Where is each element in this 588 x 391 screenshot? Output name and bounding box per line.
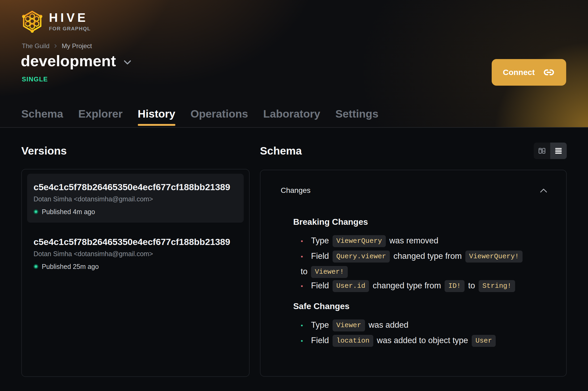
tab-laboratory[interactable]: Laboratory (263, 104, 320, 127)
change-text: Field (311, 281, 331, 290)
nowrap-group: to Viewer! (301, 267, 349, 276)
breadcrumb-org[interactable]: The Guild (22, 42, 49, 50)
version-status-label: Published 25m ago (42, 263, 99, 271)
schema-title: Schema (260, 144, 302, 157)
hive-logo-icon (21, 9, 43, 34)
link-icon (543, 66, 555, 78)
change-item: Type Viewer was added (301, 318, 551, 333)
tab-operations[interactable]: Operations (191, 104, 248, 127)
changes-header: Changes (281, 185, 551, 196)
collapse-changes-button[interactable] (540, 188, 548, 193)
change-item: Type ViewerQuery was removed (301, 234, 551, 249)
tab-schema[interactable]: Schema (21, 104, 63, 127)
status-dot-icon (34, 209, 38, 214)
tab-bar: SchemaExplorerHistoryOperationsLaborator… (21, 104, 378, 127)
code-chip: Query.viewer (333, 251, 390, 263)
change-item: Field location was added to object type … (301, 333, 551, 349)
version-card[interactable]: c5e4c1c5f78b26465350e4ecf677cf188bb21389… (27, 174, 244, 223)
code-chip: ViewerQuery! (465, 251, 523, 263)
safe-changes-title: Safe Changes (293, 301, 551, 311)
changes-body: Breaking ChangesType ViewerQuery was rem… (260, 217, 551, 349)
header: HIVE FOR GRAPHQL The Guild My Project de… (0, 0, 588, 128)
change-text: Field (311, 251, 331, 261)
connect-button[interactable]: Connect (492, 59, 566, 86)
code-chip: String! (479, 280, 515, 292)
brand-text: HIVE FOR GRAPHQL (49, 11, 91, 31)
brand-name: HIVE (49, 11, 91, 24)
schema-column: Schema (260, 128, 567, 377)
code-chip: Viewer! (311, 266, 347, 278)
version-hash: c5e4c1c5f78b26465350e4ecf677cf188bb21389 (34, 236, 237, 247)
tab-explorer[interactable]: Explorer (78, 104, 122, 127)
version-status: Published 25m ago (34, 263, 237, 270)
hive-app: HIVE FOR GRAPHQL The Guild My Project de… (0, 0, 588, 391)
breaking-changes-title: Breaking Changes (293, 217, 551, 227)
change-item: Field User.id changed type from ID! to S… (301, 278, 551, 294)
columns-icon (538, 147, 546, 155)
change-text: Type (311, 320, 331, 330)
change-text: changed type from (370, 281, 443, 290)
main-content: Versions c5e4c1c5f78b26465350e4ecf677cf1… (0, 128, 588, 377)
code-chip: User (472, 335, 496, 347)
view-toggle (534, 143, 567, 159)
chevron-right-icon (53, 43, 59, 49)
breadcrumb: The Guild My Project (22, 42, 92, 50)
code-chip: Viewer (333, 319, 365, 331)
status-dot-icon (34, 264, 38, 269)
side-by-side-view-button[interactable] (534, 143, 550, 159)
change-item: Field Query.viewer changed type from Vie… (301, 249, 551, 278)
hive-logo[interactable]: HIVE FOR GRAPHQL (21, 9, 91, 34)
change-text: was added (366, 320, 409, 330)
change-text: to (466, 281, 477, 290)
versions-column: Versions c5e4c1c5f78b26465350e4ecf677cf1… (21, 128, 250, 377)
version-hash: c5e4c1c5f78b26465350e4ecf677cf188bb21389 (34, 182, 237, 192)
version-author: Dotan Simha <dotansimha@gmail.com> (34, 249, 237, 258)
versions-panel: c5e4c1c5f78b26465350e4ecf677cf188bb21389… (21, 169, 250, 377)
code-chip: ViewerQuery (333, 235, 386, 247)
change-text: was added to object type (375, 336, 470, 345)
change-text: changed type from (391, 251, 464, 261)
page-title: development (21, 52, 116, 70)
brand-tagline: FOR GRAPHQL (49, 26, 91, 31)
change-text: Field (311, 336, 331, 345)
version-card[interactable]: c5e4c1c5f78b26465350e4ecf677cf188bb21389… (27, 228, 244, 277)
breaking-changes-list: Type ViewerQuery was removedField Query.… (301, 234, 551, 294)
target-title-row: development (21, 52, 131, 70)
chevron-up-icon (540, 188, 548, 193)
version-author: Dotan Simha <dotansimha@gmail.com> (34, 194, 237, 203)
safe-changes-list: Type Viewer was addedField location was … (301, 318, 551, 349)
schema-header: Schema (260, 143, 567, 159)
change-text: Type (311, 236, 331, 245)
list-icon (554, 147, 563, 155)
target-type-badge: SINGLE (22, 76, 48, 83)
schema-panel: Changes Breaking ChangesType ViewerQuery… (260, 170, 567, 377)
breadcrumb-project[interactable]: My Project (62, 42, 92, 50)
version-status: Published 4m ago (34, 208, 237, 215)
code-chip: ID! (445, 280, 465, 292)
target-selector-button[interactable] (123, 60, 131, 65)
change-text: to (301, 267, 310, 276)
changes-label: Changes (281, 185, 310, 196)
chevron-down-icon (123, 60, 131, 65)
version-status-label: Published 4m ago (42, 208, 95, 216)
code-chip: User.id (333, 280, 369, 292)
connect-label: Connect (503, 68, 535, 77)
change-text: was removed (387, 236, 438, 245)
tab-settings[interactable]: Settings (335, 104, 378, 127)
code-chip: location (333, 335, 373, 347)
tab-history[interactable]: History (138, 104, 175, 127)
list-view-button[interactable] (550, 143, 567, 159)
versions-title: Versions (21, 144, 250, 157)
